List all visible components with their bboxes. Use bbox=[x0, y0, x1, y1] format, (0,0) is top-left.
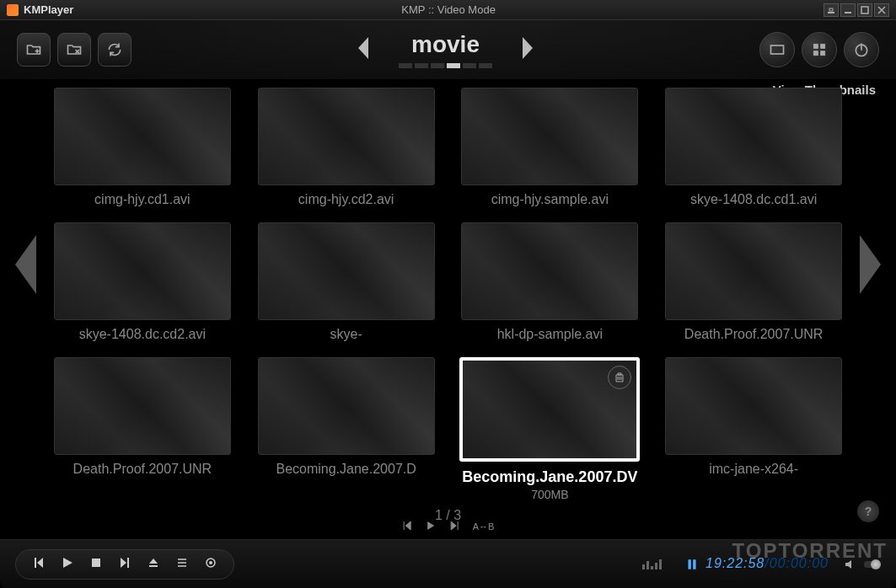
svg-rect-6 bbox=[821, 44, 825, 48]
playlist-button[interactable] bbox=[176, 557, 188, 572]
svg-rect-4 bbox=[771, 45, 784, 54]
thumbnail-item[interactable]: Becoming.Jane.2007.DV700MB bbox=[459, 357, 642, 501]
equalizer-icon bbox=[642, 559, 662, 569]
thumbnail-item[interactable]: skye-1408.dc.cd2.avi bbox=[51, 222, 234, 342]
thumbnail-label: cimg-hjy.sample.avi bbox=[491, 192, 609, 207]
svg-point-12 bbox=[209, 561, 212, 564]
volume-icon[interactable] bbox=[844, 558, 857, 571]
thumbnail-item[interactable]: imc-jane-x264- bbox=[662, 357, 845, 501]
app-logo bbox=[7, 4, 19, 16]
thumbnail-image bbox=[459, 357, 640, 462]
thumbnail-label: Death.Proof.2007.UNR bbox=[73, 462, 212, 477]
remove-folder-button[interactable] bbox=[57, 33, 91, 67]
app-name: KMPlayer bbox=[24, 3, 73, 16]
svg-rect-3 bbox=[861, 7, 868, 13]
volume-slider[interactable] bbox=[864, 561, 881, 568]
help-button[interactable]: ? bbox=[857, 500, 879, 522]
svg-rect-10 bbox=[92, 559, 100, 567]
thumbnail-item[interactable]: skye-1408.dc.cd1.avi bbox=[662, 88, 845, 207]
thumbnail-label: imc-jane-x264- bbox=[709, 462, 798, 477]
thumbnail-image bbox=[258, 357, 435, 455]
thumbnail-image bbox=[665, 222, 842, 320]
thumbnail-image bbox=[54, 88, 231, 185]
thumbnail-label: skye- bbox=[330, 327, 362, 342]
stop-button[interactable] bbox=[90, 557, 102, 572]
mini-prev-button[interactable] bbox=[402, 519, 412, 534]
thumbnail-image bbox=[665, 88, 842, 185]
category-title: movie bbox=[411, 31, 480, 58]
thumbnail-image bbox=[54, 357, 231, 455]
svg-rect-7 bbox=[813, 51, 818, 56]
pause-indicator-icon bbox=[685, 558, 699, 571]
thumbnail-item[interactable]: Death.Proof.2007.UNR bbox=[51, 357, 234, 501]
time-display: 19:22:58/00:00:00 bbox=[706, 556, 829, 572]
prev-track-button[interactable] bbox=[33, 557, 45, 572]
refresh-button[interactable] bbox=[98, 33, 131, 67]
svg-rect-0 bbox=[828, 12, 834, 13]
thumbnail-label: Becoming.Jane.2007.DV bbox=[462, 468, 637, 486]
thumbnail-label: Becoming.Jane.2007.D bbox=[276, 462, 416, 477]
window-title: KMP :: Video Mode bbox=[73, 3, 824, 16]
svg-rect-5 bbox=[813, 44, 818, 48]
time-current: 19:22:58 bbox=[706, 556, 765, 570]
thumbnail-item[interactable]: cimg-hjy.cd1.avi bbox=[51, 88, 234, 207]
thumbnail-image bbox=[461, 222, 638, 320]
thumbnail-item[interactable]: cimg-hjy.cd2.avi bbox=[255, 88, 438, 207]
mini-play-button[interactable] bbox=[426, 519, 436, 534]
thumbnail-label: cimg-hjy.cd1.avi bbox=[94, 192, 190, 207]
thumbnail-label: hkl-dp-sample.avi bbox=[497, 327, 603, 342]
maximize-button[interactable] bbox=[857, 3, 872, 17]
svg-rect-14 bbox=[693, 559, 695, 569]
minimize-button[interactable] bbox=[840, 3, 856, 17]
thumbnail-item[interactable]: Becoming.Jane.2007.D bbox=[255, 357, 438, 501]
thumbnail-image bbox=[258, 222, 435, 320]
svg-rect-13 bbox=[688, 559, 690, 569]
power-button[interactable] bbox=[844, 32, 879, 67]
thumbnail-image bbox=[461, 88, 638, 185]
settings-button[interactable] bbox=[205, 557, 217, 572]
thumbnail-item[interactable]: Death.Proof.2007.UNR bbox=[662, 222, 845, 342]
tray-button[interactable] bbox=[824, 3, 839, 17]
mini-ab-repeat-button[interactable]: A↔B bbox=[473, 521, 495, 532]
thumbnail-label: skye-1408.dc.cd2.avi bbox=[79, 327, 206, 342]
page-prev-button[interactable] bbox=[7, 231, 40, 302]
time-total: 00:00:00 bbox=[770, 556, 829, 570]
thumbnail-label: skye-1408.dc.cd1.avi bbox=[690, 192, 817, 207]
grid-view-button[interactable] bbox=[802, 32, 837, 67]
thumbnail-image bbox=[54, 222, 231, 320]
thumbnail-label: cimg-hjy.cd2.avi bbox=[298, 192, 394, 207]
page-next-button[interactable] bbox=[856, 231, 889, 302]
fullscreen-button[interactable] bbox=[759, 32, 795, 67]
category-next-button[interactable] bbox=[518, 35, 538, 64]
file-size: 700MB bbox=[531, 488, 568, 501]
thumbnail-item[interactable]: hkl-dp-sample.avi bbox=[459, 222, 642, 342]
thumbnail-image bbox=[258, 88, 435, 185]
thumbnail-label: Death.Proof.2007.UNR bbox=[684, 327, 824, 342]
svg-rect-1 bbox=[829, 8, 833, 11]
thumbnail-image bbox=[665, 357, 842, 455]
eject-button[interactable] bbox=[148, 557, 159, 572]
category-indicator bbox=[399, 63, 492, 68]
thumbnail-item[interactable]: cimg-hjy.sample.avi bbox=[459, 88, 642, 207]
thumbnail-item[interactable]: skye- bbox=[255, 222, 438, 342]
svg-rect-8 bbox=[821, 51, 825, 56]
svg-rect-2 bbox=[845, 12, 851, 13]
next-track-button[interactable] bbox=[119, 557, 131, 572]
category-prev-button[interactable] bbox=[353, 35, 373, 64]
play-button[interactable] bbox=[62, 557, 73, 572]
mini-next-button[interactable] bbox=[449, 519, 459, 534]
add-folder-button[interactable] bbox=[17, 33, 51, 67]
close-button[interactable] bbox=[874, 3, 889, 17]
